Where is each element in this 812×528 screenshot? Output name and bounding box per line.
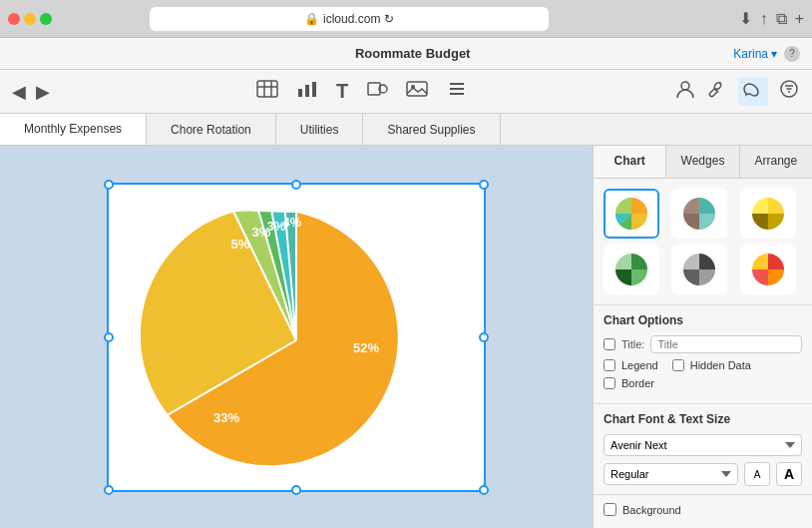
user-chevron-icon: ▾ [771,47,777,61]
border-label: Border [621,377,654,389]
toolbar-right [674,77,800,106]
handle-bot-mid[interactable] [291,485,301,495]
handle-mid-left[interactable] [104,332,114,342]
toolbar-tools: T [66,80,658,103]
chart-styles-grid [594,179,812,304]
user-icon[interactable] [674,79,696,104]
font-size-row: Regular Bold Italic A A [604,462,802,486]
tab-utilities[interactable]: Utilities [276,114,364,145]
handle-top-mid[interactable] [291,180,301,190]
reload-icon[interactable]: ↻ [384,12,394,26]
background-checkbox[interactable] [604,503,616,516]
pie-chart: 52% 33% 5% 3% 3% 4% [137,193,456,482]
chart-style-2[interactable] [671,189,727,239]
handle-bot-right[interactable] [479,485,489,495]
background-row: Background [604,503,802,516]
svg-rect-7 [368,83,380,95]
svg-text:52%: 52% [353,340,379,355]
hidden-data-checkbox[interactable] [672,359,684,371]
share-icon[interactable]: ↑ [760,10,768,28]
url-text: icloud.com [323,12,380,26]
sheet-tabs: Monthly Expenses Chore Rotation Utilitie… [0,114,812,146]
font-decrease-button[interactable]: A [744,462,770,486]
svg-rect-0 [257,81,277,97]
minimize-button[interactable] [24,13,36,25]
font-weight-select[interactable]: Regular Bold Italic [604,463,738,485]
title-option-row: Title: [604,335,802,353]
handle-top-left[interactable] [104,180,114,190]
panel-tab-wedges-label: Wedges [681,154,725,168]
large-a-text: A [784,466,794,482]
legend-label: Legend [621,359,658,371]
tab-monthly-expenses[interactable]: Monthly Expenses [0,114,147,145]
canvas-area[interactable]: 52% 33% 5% 3% 3% 4% [0,146,593,528]
paint-icon[interactable] [738,77,768,106]
font-increase-button[interactable]: A [776,462,802,486]
panel-tab-wedges[interactable]: Wedges [666,146,739,178]
handle-mid-right[interactable] [479,332,489,342]
handle-bot-left[interactable] [104,485,114,495]
image-icon[interactable] [406,80,428,103]
handle-top-right[interactable] [479,180,489,190]
table-icon[interactable] [256,80,278,103]
chart-options-title: Chart Options [604,313,802,327]
title-checkbox[interactable] [604,338,615,350]
address-bar[interactable]: 🔒 icloud.com ↻ [150,7,549,31]
window-controls[interactable] [8,13,52,25]
svg-rect-6 [312,82,316,97]
panel-tab-chart-label: Chart [613,154,644,168]
svg-rect-5 [305,85,309,97]
panel-tabs: Chart Wedges Arrange [594,146,812,179]
main-area: 52% 33% 5% 3% 3% 4% Chart Wedges [0,146,812,528]
svg-text:4%: 4% [283,215,302,230]
new-tab-icon[interactable]: + [795,10,804,28]
svg-point-14 [681,82,689,90]
legend-row: Legend Hidden Data [604,359,802,371]
right-panel: Chart Wedges Arrange [593,146,812,528]
browser-bar: 🔒 icloud.com ↻ ⬇ ↑ ⧉ + [0,0,812,38]
help-icon[interactable]: ? [784,46,800,62]
legend-checkbox[interactable] [604,359,615,371]
chart-container[interactable]: 52% 33% 5% 3% 3% 4% [107,183,486,492]
chart-style-6[interactable] [740,245,796,294]
border-checkbox[interactable] [604,377,615,389]
tab-shared-supplies[interactable]: Shared Supplies [363,114,500,145]
forward-button[interactable]: ▶ [36,81,50,103]
svg-text:5%: 5% [231,237,250,252]
svg-rect-9 [407,82,427,96]
font-section: Chart Font & Text Size Avenir Next Helve… [594,403,812,494]
browser-actions: ⬇ ↑ ⧉ + [739,9,804,28]
tab-chore-rotation[interactable]: Chore Rotation [147,114,276,145]
user-name-text: Karina [733,47,768,61]
title-text-input[interactable] [650,335,802,353]
svg-rect-4 [298,89,302,97]
toolbar: ◀ ▶ T [0,70,812,114]
user-menu[interactable]: Karina ▾ ? [733,46,800,62]
chart-style-4[interactable] [604,245,659,294]
filter-icon[interactable] [778,79,800,104]
title-label: Title: [621,338,644,350]
shape-icon[interactable] [366,80,388,103]
svg-text:33%: 33% [213,410,239,425]
small-a-text: A [754,469,761,480]
text-icon[interactable]: T [336,80,348,103]
chart-style-3[interactable] [740,189,796,239]
maximize-button[interactable] [40,13,52,25]
app-title-bar: Roommate Budget Karina ▾ ? [0,38,812,70]
back-button[interactable]: ◀ [12,81,26,103]
border-row: Border [604,377,802,389]
chart-style-5[interactable] [671,245,727,294]
wrench-icon[interactable] [706,79,728,104]
hidden-data-label: Hidden Data [690,359,751,371]
font-family-select[interactable]: Avenir Next Helvetica Arial Times New Ro… [604,434,802,456]
font-section-title: Chart Font & Text Size [604,412,802,426]
close-button[interactable] [8,13,20,25]
panel-tab-arrange[interactable]: Arrange [740,146,812,178]
chart-icon[interactable] [296,80,318,103]
panel-tab-arrange-label: Arrange [754,154,797,168]
download-icon[interactable]: ⬇ [739,9,752,28]
tabs-icon[interactable]: ⧉ [776,10,787,28]
chart-style-1[interactable] [604,189,659,239]
list-icon[interactable] [446,80,468,103]
panel-tab-chart[interactable]: Chart [594,146,666,178]
